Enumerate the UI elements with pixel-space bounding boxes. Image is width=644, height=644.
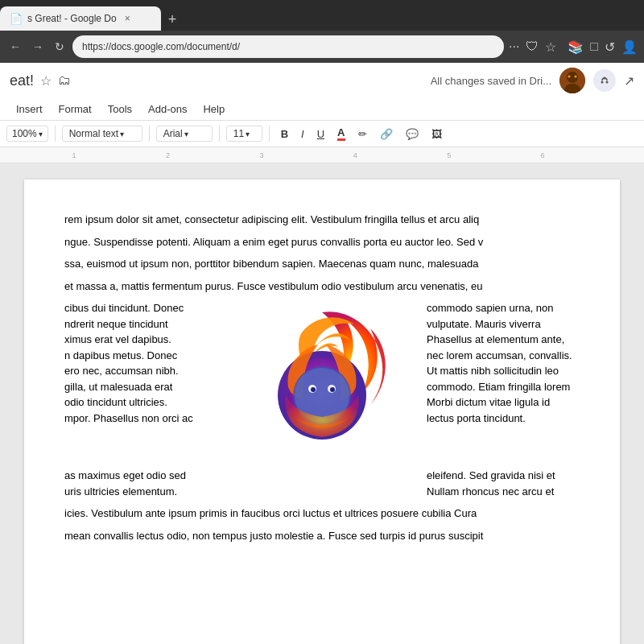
back-button[interactable]: ← [6, 37, 24, 56]
tab-favicon: 📄 [10, 13, 23, 25]
toolbar-divider-2 [149, 126, 150, 142]
document-title[interactable]: eat! [10, 72, 34, 89]
user-avatar[interactable] [559, 68, 585, 93]
svg-point-6 [604, 77, 606, 80]
document-content[interactable]: rem ipsum dolor sit amet, consectetur ad… [64, 212, 580, 543]
ruler: 1 2 3 4 5 6 [0, 147, 644, 163]
active-tab[interactable]: 📄 s Great! - Google Do × [0, 6, 161, 31]
center-spacer [233, 468, 411, 499]
font-selector[interactable]: Arial ▾ [156, 126, 213, 142]
font-value: Arial [163, 128, 183, 139]
menu-insert[interactable]: Insert [10, 100, 49, 118]
right-col-text-7: Morbi dictum vitae ligula id [427, 394, 580, 411]
title-bar: eat! ☆ 🗂 All changes saved in Dri... [0, 63, 644, 98]
paragraph-4: et massa a, mattis fermentum purus. Fusc… [64, 279, 580, 295]
browser-window: 📄 s Great! - Google Do × + ← → ↻ https:/… [0, 0, 644, 644]
zoom-selector[interactable]: 100% ▾ [6, 126, 48, 142]
zoom-chevron-icon: ▾ [39, 130, 43, 138]
paragraph-style-selector[interactable]: Normal text ▾ [62, 126, 142, 142]
left-col-text-5: ero nec, accumsan nibh. [64, 363, 217, 379]
right-col2-text-1: eleifend. Sed gravida nisi et [427, 468, 580, 484]
paragraph-1: rem ipsum dolor sit amet, consectetur ad… [64, 212, 580, 228]
right-col-text-2: vulputate. Mauris viverra [427, 316, 580, 332]
menu-format[interactable]: Format [52, 100, 98, 118]
comment-button[interactable]: 💬 [401, 126, 423, 142]
toolbar-divider-1 [55, 126, 56, 142]
url-text: https://docs.google.com/document/d/ [82, 41, 240, 52]
text-color-button[interactable]: A [332, 124, 349, 143]
right-col2-text-2: Nullam rhoncus nec arcu et [427, 484, 580, 500]
left-col-text-7: odio tincidunt ultricies. [64, 394, 217, 411]
paragraph-2: ngue. Suspendisse potenti. Aliquam a eni… [64, 234, 580, 250]
menu-help[interactable]: Help [196, 100, 231, 118]
ruler-mark-3: 3 [259, 151, 263, 159]
menu-addons[interactable]: Add-ons [142, 100, 193, 118]
reload-button[interactable]: ↻ [52, 37, 68, 56]
new-tab-button[interactable]: + [161, 8, 184, 31]
right-column-2: eleifend. Sed gravida nisi et Nullam rho… [427, 468, 580, 499]
document-area[interactable]: rem ipsum dolor sit amet, consectetur ad… [0, 163, 644, 644]
font-chevron-icon: ▾ [184, 130, 188, 138]
title-bar-icons: ☆ 🗂 [40, 73, 71, 89]
paragraph-3: ssa, euismod ut ipsum non, porttitor bib… [64, 256, 580, 272]
save-status: All changes saved in Dri... [431, 75, 551, 87]
left-column-2: as maximus eget odio sed uris ultricies … [64, 468, 217, 499]
document-page[interactable]: rem ipsum dolor sit amet, consectetur ad… [24, 180, 620, 644]
italic-button[interactable]: I [296, 126, 309, 142]
star-doc-icon[interactable]: ☆ [40, 73, 52, 89]
browser-right-icons: 📚 □ ↺ 👤 [568, 39, 638, 55]
tab-bar: 📄 s Great! - Google Do × + [0, 0, 644, 31]
font-size-selector[interactable]: 11 ▾ [226, 126, 262, 142]
library-icon[interactable]: 📚 [568, 39, 584, 55]
size-chevron-icon: ▾ [246, 130, 250, 138]
columns-section: cibus dui tincidunt. Donec ndrerit neque… [64, 300, 580, 461]
more-icon[interactable]: ··· [509, 39, 519, 54]
left-col-text-6: gilla, ut malesuada erat [64, 379, 217, 395]
tab-close-button[interactable]: × [125, 13, 130, 24]
svg-point-15 [311, 387, 316, 392]
right-col-text-6: commodo. Etiam fringilla lorem [427, 379, 580, 395]
color-a-label: A [337, 126, 345, 141]
google-docs-app: eat! ☆ 🗂 All changes saved in Dri... [0, 63, 644, 644]
svg-point-16 [330, 387, 335, 392]
history-icon[interactable]: ↺ [605, 39, 615, 55]
sidebar-icon[interactable]: □ [590, 39, 598, 54]
ruler-mark-4: 4 [353, 151, 357, 159]
tab-title: s Great! - Google Do [27, 13, 117, 24]
svg-point-7 [601, 81, 604, 84]
address-actions: ··· 🛡 ☆ [509, 39, 556, 55]
right-col-text-8: lectus porta tincidunt. [427, 411, 580, 427]
underline-button[interactable]: U [312, 126, 329, 142]
share-button[interactable] [593, 69, 616, 92]
center-column-image [233, 300, 411, 461]
ruler-mark-5: 5 [447, 151, 451, 159]
left-col-text-3: ximus erat vel dapibus. [64, 332, 217, 348]
left-col-text-2: ndrerit neque tincidunt [64, 316, 217, 332]
url-bar[interactable]: https://docs.google.com/document/d/ [72, 35, 504, 58]
menu-bar: Insert Format Tools Add-ons Help [0, 98, 644, 121]
right-col-text-1: commodo sapien urna, non [427, 300, 580, 316]
trending-icon: ↗ [624, 73, 634, 89]
toolbar-divider-3 [219, 126, 220, 142]
left-col-text-1: cibus dui tincidunt. Donec [64, 300, 217, 316]
user-icon[interactable]: 👤 [621, 39, 638, 55]
ruler-mark-1: 1 [72, 151, 76, 159]
firefox-logo-image [242, 300, 402, 461]
bold-button[interactable]: B [276, 126, 293, 142]
image-button[interactable]: 🖼 [427, 126, 447, 142]
left-col-text-8: mpor. Phasellus non orci ac [64, 411, 217, 427]
left-column: cibus dui tincidunt. Donec ndrerit neque… [64, 300, 217, 461]
forward-button[interactable]: → [29, 37, 47, 56]
right-col-text-4: nec lorem accumsan, convallis. [427, 348, 580, 364]
left-col-text-4: n dapibus metus. Donec [64, 348, 217, 364]
link-button[interactable]: 🔗 [375, 126, 398, 142]
formatting-toolbar: 100% ▾ Normal text ▾ Arial ▾ 11 ▾ B I U [0, 121, 644, 147]
ruler-mark-2: 2 [166, 151, 170, 159]
folder-icon[interactable]: 🗂 [58, 73, 71, 88]
menu-tools[interactable]: Tools [101, 100, 138, 118]
svg-point-3 [568, 76, 571, 78]
zoom-value: 100% [12, 128, 37, 139]
style-value: Normal text [69, 128, 118, 139]
star-icon[interactable]: ☆ [545, 39, 556, 55]
highlight-button[interactable]: ✏ [353, 126, 372, 142]
